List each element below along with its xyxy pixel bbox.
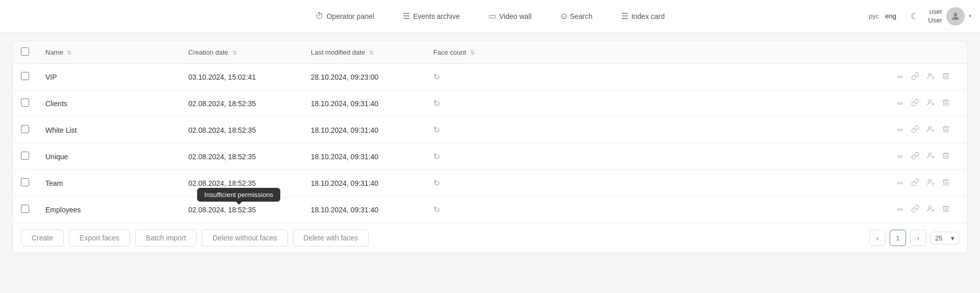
username: user <box>928 8 942 16</box>
refresh-icon[interactable]: ↻ <box>433 179 440 187</box>
delete-button-team[interactable] <box>941 177 951 189</box>
nav-operator-panel[interactable]: ⏱ Operator panel <box>309 8 380 25</box>
row-checkbox-employees[interactable] <box>21 205 29 213</box>
cell-name-clients: Clients <box>37 90 180 117</box>
col-header-face-count[interactable]: Face count ⇅ <box>425 41 507 64</box>
tooltip-wrapper: 02.08.2024, 18:52:35 Insufficient permis… <box>188 206 256 214</box>
svg-point-16 <box>928 206 931 209</box>
refresh-icon[interactable]: ↻ <box>433 152 440 161</box>
link-button-employees[interactable] <box>910 204 920 215</box>
main-content: Name ⇅ Creation date ⇅ Last modified dat… <box>0 33 980 261</box>
row-checkbox-vip[interactable] <box>21 72 29 80</box>
svg-point-13 <box>928 180 931 182</box>
cell-creation-whitelist: 02.08.2024, 18:52:35 <box>180 117 303 143</box>
cell-modified-clients: 18.10.2024, 09:31:40 <box>303 90 425 117</box>
row-actions-employees: ✏ <box>515 204 959 215</box>
col-header-creation-date[interactable]: Creation date ⇅ <box>180 41 303 64</box>
row-checkbox-unique[interactable] <box>21 152 29 160</box>
cell-creation-clients: 02.08.2024, 18:52:35 <box>180 90 303 117</box>
link-button-team[interactable] <box>910 177 920 189</box>
footer-action-buttons: Create Export faces Batch import Delete … <box>21 229 369 247</box>
lang-ru[interactable]: рус <box>867 11 881 21</box>
delete-without-faces-button[interactable]: Delete without faces <box>202 229 287 247</box>
prev-page-button[interactable]: ‹ <box>869 230 886 246</box>
col-header-last-modified[interactable]: Last modified date ⇅ <box>303 41 425 64</box>
nav-search[interactable]: ⊙ Search <box>554 7 599 25</box>
cell-modified-whitelist: 18.10.2024, 09:31:40 <box>303 117 425 143</box>
svg-point-0 <box>954 13 958 16</box>
edit-button-team[interactable]: ✏ <box>896 178 905 189</box>
cell-modified-vip: 28.10.2024, 09:23:00 <box>303 64 425 90</box>
row-checkbox-team[interactable] <box>21 178 29 186</box>
sort-name-icon: ⇅ <box>67 50 71 56</box>
page-size-selector[interactable]: 25 ▾ <box>930 232 959 245</box>
current-page-button[interactable]: 1 <box>890 230 906 246</box>
person-remove-button-vip[interactable] <box>925 71 936 83</box>
delete-button-clients[interactable] <box>941 97 951 109</box>
refresh-icon[interactable]: ↻ <box>433 126 440 134</box>
person-remove-button-employees[interactable] <box>925 204 936 215</box>
cell-face-team: ↻ <box>425 170 507 197</box>
user-role: User <box>928 16 942 25</box>
user-menu[interactable]: user User ▾ <box>928 7 972 26</box>
video-icon: ▭ <box>488 11 496 21</box>
sort-modified-icon: ⇅ <box>369 50 374 56</box>
person-remove-button-clients[interactable] <box>925 97 936 109</box>
table-row: Employees 02.08.2024, 18:52:35 Insuffici… <box>13 197 967 223</box>
svg-point-1 <box>928 74 931 76</box>
theme-toggle-button[interactable]: ☾ <box>911 11 919 22</box>
link-button-whitelist[interactable] <box>910 124 920 136</box>
footer-bar: Create Export faces Batch import Delete … <box>13 223 967 253</box>
link-button-unique[interactable] <box>910 151 920 162</box>
table-row: VIP 03.10.2024, 15:02:41 28.10.2024, 09:… <box>13 64 967 90</box>
batch-import-button[interactable]: Batch import <box>135 229 197 247</box>
cell-name-team: Team <box>37 170 180 197</box>
row-checkbox-clients[interactable] <box>21 99 29 107</box>
language-switcher: рус eng <box>867 11 898 21</box>
persons-table: Name ⇅ Creation date ⇅ Last modified dat… <box>13 41 967 223</box>
nav-events-archive[interactable]: ☰ Events archive <box>397 7 466 25</box>
cell-name-whitelist: White List <box>37 117 180 143</box>
delete-with-faces-button[interactable]: Delete with faces <box>293 229 369 247</box>
row-actions-unique: ✏ <box>515 151 959 162</box>
refresh-icon[interactable]: ↻ <box>433 205 440 214</box>
refresh-icon[interactable]: ↻ <box>433 99 440 108</box>
cell-name-unique: Unique <box>37 143 180 170</box>
clock-icon: ⏱ <box>315 12 324 21</box>
cell-name-employees: Employees <box>37 197 180 223</box>
edit-button-employees[interactable]: ✏ <box>896 204 905 215</box>
next-page-button[interactable]: › <box>910 230 926 246</box>
edit-button-clients[interactable]: ✏ <box>896 98 905 109</box>
refresh-icon[interactable]: ↻ <box>433 72 440 81</box>
cell-modified-employees: 18.10.2024, 09:31:40 <box>303 197 425 223</box>
row-actions-team: ✏ <box>515 177 959 189</box>
export-faces-button[interactable]: Export faces <box>69 229 130 247</box>
delete-button-vip[interactable] <box>941 71 951 83</box>
delete-button-whitelist[interactable] <box>941 124 951 136</box>
create-button[interactable]: Create <box>21 229 64 247</box>
cell-face-clients: ↻ <box>425 90 507 117</box>
sort-creation-icon: ⇅ <box>232 50 237 56</box>
delete-button-employees[interactable] <box>941 204 951 215</box>
person-remove-button-unique[interactable] <box>925 151 936 162</box>
nav-index-card[interactable]: ☰ Index card <box>615 7 671 25</box>
select-all-checkbox[interactable] <box>21 47 29 56</box>
row-actions-clients: ✏ <box>515 97 959 109</box>
edit-button-unique[interactable]: ✏ <box>896 151 905 162</box>
person-remove-button-whitelist[interactable] <box>925 124 936 136</box>
edit-button-whitelist[interactable]: ✏ <box>896 125 905 136</box>
link-button-vip[interactable] <box>910 71 920 83</box>
nav-video-wall[interactable]: ▭ Video wall <box>482 7 538 25</box>
edit-button-vip[interactable]: ✏ <box>896 71 905 83</box>
row-checkbox-whitelist[interactable] <box>21 125 29 133</box>
cell-modified-team: 18.10.2024, 09:31:40 <box>303 170 425 197</box>
lang-en[interactable]: eng <box>883 11 898 21</box>
link-button-clients[interactable] <box>910 97 920 109</box>
delete-button-unique[interactable] <box>941 151 951 162</box>
cell-modified-unique: 18.10.2024, 09:31:40 <box>303 143 425 170</box>
cell-creation-employees: 02.08.2024, 18:52:35 Insufficient permis… <box>180 197 303 223</box>
col-header-name[interactable]: Name ⇅ <box>37 41 180 64</box>
person-remove-button-team[interactable] <box>925 177 936 189</box>
search-icon: ⊙ <box>560 11 567 21</box>
top-navigation: ⏱ Operator panel ☰ Events archive ▭ Vide… <box>0 0 980 33</box>
